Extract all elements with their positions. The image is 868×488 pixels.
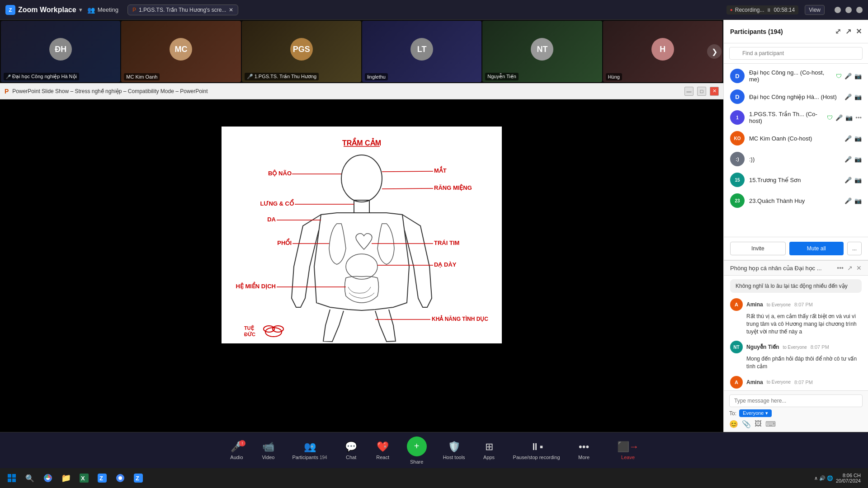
svg-rect-34 <box>12 474 16 478</box>
more-options-button[interactable]: ... <box>847 242 862 255</box>
file-button[interactable]: 📎 <box>742 420 751 428</box>
invite-button[interactable]: Invite <box>730 242 786 255</box>
chat-input[interactable] <box>729 394 863 407</box>
taskbar-zoom2[interactable]: Z <box>130 470 146 486</box>
toolbar-participants[interactable]: 👥 ▲ Participants 194 <box>284 437 335 464</box>
svg-text:X: X <box>81 475 85 482</box>
popout-icon[interactable]: ↗ <box>845 27 851 36</box>
react-label: React <box>376 455 389 460</box>
clock-time: 8:06 CH <box>836 473 861 478</box>
toolbar-share[interactable]: + Share <box>399 433 435 468</box>
taskbar-excel[interactable]: X <box>76 470 92 486</box>
strip-arrow-next[interactable]: ❯ <box>707 44 722 59</box>
share-label: Share <box>410 459 423 465</box>
mic-off-icon: 🎤 <box>844 135 852 142</box>
view-button[interactable]: View <box>805 5 825 15</box>
expand-icon[interactable]: ⤢ <box>835 27 841 36</box>
toolbar-pause-recording[interactable]: ⏸▪ Pause/stop recording <box>505 437 568 464</box>
svg-text:Z: Z <box>99 475 103 482</box>
video-thumb-3[interactable]: LT linglethu <box>362 21 481 82</box>
close-button[interactable] <box>856 7 863 13</box>
chat-avatar: NT <box>730 341 743 353</box>
top-right-area: ● Recording... ⏸ 00:58:14 View <box>726 5 863 15</box>
svg-text:PHỔI: PHỔI <box>277 238 292 246</box>
toolbar-apps[interactable]: ⊞ ▲ Apps <box>473 437 505 464</box>
toolbar-leave[interactable]: ⬛→ Leave <box>609 437 647 464</box>
emoji-button[interactable]: 😊 <box>729 420 738 428</box>
taskbar-tray: ∧ 🔊 🌐 8:06 CH 20/07/2024 <box>811 473 864 483</box>
chat-expand-icon[interactable]: ↗ <box>847 264 853 272</box>
meeting-icon: 👥 <box>87 6 95 14</box>
ppt-minimize[interactable]: — <box>684 87 693 96</box>
video-thumb-5[interactable]: H Hùng <box>603 21 722 82</box>
video-thumb-4[interactable]: NT Nguyễn Tiến <box>482 21 602 82</box>
video-thumb-0[interactable]: ĐH 🎤 Đại học Công nghiệp Hà Nội <box>1 21 120 82</box>
toolbar-video[interactable]: 📹 Video <box>252 437 284 464</box>
participant-face-0: ĐH <box>49 38 72 61</box>
list-item[interactable]: D Đại học Công ng... (Co-host, me) 🛡 🎤 📷 <box>724 66 868 86</box>
list-item[interactable]: KO MC Kim Oanh (Co-host) 🎤 📷 <box>724 128 868 149</box>
video-label: Video <box>262 455 274 460</box>
mute-all-button[interactable]: Mute all <box>789 242 844 255</box>
ppt-maximize[interactable]: □ <box>697 87 706 96</box>
toolbar-react[interactable]: ❤️ ▲ React <box>367 437 399 464</box>
toolbar-audio[interactable]: 🎤 ! Audio <box>221 437 252 464</box>
svg-text:TRẦM CẢM: TRẦM CẢM <box>342 137 381 147</box>
svg-text:ĐỨC: ĐỨC <box>244 331 255 337</box>
participant-badges: 🎤 📷 <box>844 197 862 204</box>
svg-text:TRÁI TIM: TRÁI TIM <box>434 239 459 246</box>
chat-close-icon[interactable]: ✕ <box>856 264 862 272</box>
video-thumb-2[interactable]: PGS 🎤 1.PGS.TS. Trần Thu Hương <box>242 21 361 82</box>
chat-avatar: A <box>730 376 743 389</box>
to-chevron: ▾ <box>765 410 768 416</box>
toolbar-chat[interactable]: 💬 Chat <box>335 437 367 464</box>
recording-pause-icon[interactable]: ⏸ <box>766 7 771 13</box>
taskbar-chrome[interactable] <box>40 470 56 486</box>
participant-search-input[interactable] <box>729 47 863 60</box>
chat-more-icon[interactable]: ••• <box>837 264 844 272</box>
screen-share-tab[interactable]: P 1.PGS.TS. Trần Thu Hương's scre... ✕ <box>127 5 238 15</box>
mic-on-icon: 🎤 <box>835 114 843 121</box>
taskbar-clock: 8:06 CH 20/07/2024 <box>836 473 861 483</box>
taskbar-start-button[interactable] <box>4 470 20 486</box>
taskbar-search[interactable]: 🔍 <box>22 470 38 486</box>
list-item[interactable]: 1 1.PGS.TS. Trần Th... (Co-host) 🛡 🎤 📷 •… <box>724 107 868 128</box>
taskbar-zoom[interactable]: Z <box>94 470 110 486</box>
chat-to: to Everyone <box>783 345 807 350</box>
zoom-icon: Z <box>5 5 15 15</box>
zoom-logo: Z Zoom Workplace ▾ <box>5 5 82 15</box>
toolbar-host-tools[interactable]: 🛡️ Host tools <box>435 437 473 464</box>
list-item[interactable]: 23 23.Quách Thành Huy 🎤 📷 <box>724 190 868 211</box>
leave-label: Leave <box>621 455 635 460</box>
gif-button[interactable]: ⌨ <box>765 420 776 428</box>
minimize-button[interactable] <box>835 7 841 13</box>
windows-icon <box>7 474 16 483</box>
participant-face-3: LT <box>410 38 433 61</box>
close-panel-icon[interactable]: ✕ <box>856 27 862 36</box>
mic-on-icon: 🎤 <box>844 94 852 100</box>
audio-label: Audio <box>230 455 243 460</box>
toolbar-more[interactable]: ••• More <box>568 437 600 464</box>
svg-text:TUỆ: TUỆ <box>244 325 254 331</box>
participant-face-4: NT <box>531 38 553 61</box>
maximize-button[interactable] <box>845 7 852 13</box>
screen-tab-close[interactable]: ✕ <box>229 7 233 13</box>
logo-chevron[interactable]: ▾ <box>79 7 82 13</box>
list-item[interactable]: D Đại học Công nghiệp Hà... (Host) 🎤 📷 <box>724 86 868 107</box>
mic-icon-2: 🎤 <box>247 74 253 80</box>
list-item[interactable]: 15 15.Trương Thế Sơn 🎤 📷 <box>724 169 868 190</box>
chat-section: Phòng họp cá nhân của Đại học ... ••• ↗ … <box>724 260 868 432</box>
screenshot-button[interactable]: 🖼 <box>755 420 762 428</box>
chat-messages: Không nghĩ là lo âu lại tác động nhiều đ… <box>724 276 868 390</box>
taskbar-explorer[interactable]: 📁 <box>58 470 74 486</box>
chat-text: Mong đến phần hỏi đáp thôi để nhờ cô tư … <box>746 355 862 371</box>
taskbar: 🔍 📁 X Z Z ∧ 🔊 � <box>0 468 868 488</box>
list-item[interactable]: :) :)) 🎤 📷 <box>724 149 868 169</box>
to-everyone-button[interactable]: Everyone ▾ <box>739 409 772 417</box>
ppt-close[interactable]: ✕ <box>710 87 719 96</box>
avatar: 1 <box>730 110 745 125</box>
video-thumb-1[interactable]: MC MC Kim Oanh <box>121 21 241 82</box>
chat-toolbar: 😊 📎 🖼 ⌨ <box>729 420 863 428</box>
ppt-black-bottom <box>0 343 723 432</box>
taskbar-chrome2[interactable] <box>112 470 128 486</box>
